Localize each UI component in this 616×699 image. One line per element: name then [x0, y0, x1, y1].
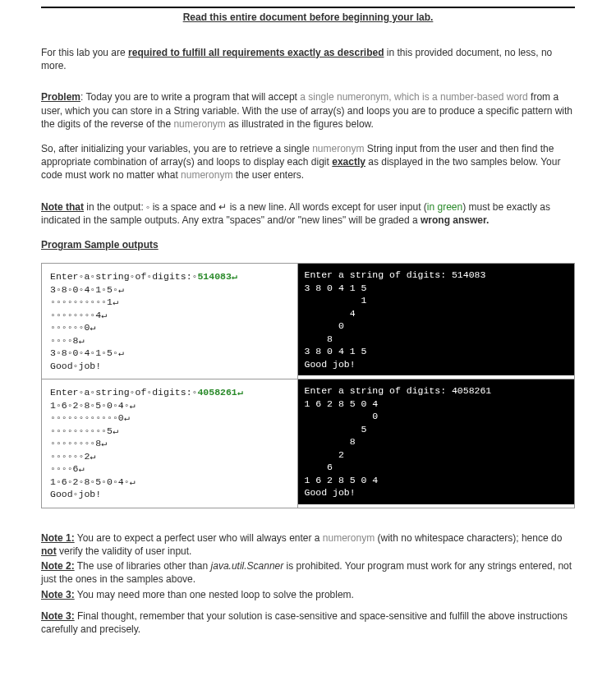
p1-numeronym: numeronym: [173, 118, 225, 130]
samples-table: Enter◦a◦string◦of◦digits:◦514083↵ 3◦8◦0◦…: [41, 263, 575, 508]
sample1-console: Enter a string of digits: 514083 3 8 0 4…: [298, 264, 574, 375]
n1-in-green: in green: [427, 201, 462, 213]
note3b-label: Note 3:: [41, 610, 75, 622]
p2-a: So, after initializing your variables, y…: [41, 143, 312, 154]
note2-scanner: java.util.Scanner: [211, 560, 284, 572]
p2-g: the user enters.: [232, 169, 304, 181]
top-rule: [41, 7, 575, 8]
note-that-label: Note that: [41, 201, 84, 213]
note1-numeronym: numeronym: [323, 532, 375, 544]
s2l-body: 1◦6◦2◦8◦5◦0◦4◦↵ ◦◦◦◦◦◦◦◦◦◦◦◦0↵ ◦◦◦◦◦◦◦◦◦…: [50, 400, 136, 500]
s1l-prefix: Enter◦a◦string◦of◦digits:◦: [50, 271, 197, 282]
p2-numeronym-1: numeronym: [312, 143, 364, 154]
note2-label: Note 2:: [41, 560, 75, 572]
p2-exactly: exactly: [332, 156, 365, 168]
n1-a: in the output: ◦ is a space and ↵ is a n…: [84, 201, 427, 213]
note1-label: Note 1:: [41, 532, 75, 544]
document-page: Read this entire document before beginni…: [0, 0, 616, 699]
problem-paragraph-1: Problem: Today you are to write a progra…: [41, 90, 575, 131]
note1-a: You are to expect a perfect user who wil…: [75, 532, 323, 544]
sample2-console: Enter a string of digits: 4058261 1 6 2 …: [298, 379, 574, 504]
note-3b: Note 3: Final thought, remember that you…: [41, 609, 575, 636]
sample2-right-cell: Enter a string of digits: 4058261 1 6 2 …: [297, 379, 574, 508]
intro-pre: For this lab you are: [41, 47, 128, 58]
note1-not: not: [41, 545, 57, 557]
note1-e: verify the validity of user input.: [57, 545, 192, 557]
note3b-a: Final thought, remember that your soluti…: [41, 610, 568, 635]
note-1: Note 1: You are to expect a perfect user…: [41, 531, 575, 558]
p1-a: : Today you are to write a program that …: [80, 91, 300, 103]
main-heading: Read this entire document before beginni…: [41, 11, 575, 23]
note-paragraph: Note that in the output: ◦ is a space an…: [41, 200, 575, 227]
p2-numeronym-2: numeronym: [181, 169, 232, 181]
notes-block: Note 1: You are to expect a perfect user…: [41, 531, 575, 601]
sample2-left-pre: Enter◦a◦string◦of◦digits:◦4058261↵ 1◦6◦2…: [42, 379, 297, 508]
s2l-input: 4058261↵: [197, 387, 242, 398]
sample1-left-cell: Enter◦a◦string◦of◦digits:◦514083↵ 3◦8◦0◦…: [42, 264, 298, 379]
pso-label: Program Sample outputs: [41, 239, 159, 251]
p1-numeronym-def: a single numeronym, which is a number-ba…: [300, 91, 527, 103]
note1-c: (with no whitespace characters); hence d…: [375, 532, 562, 544]
intro-required: required to fulfill all requirements exa…: [128, 47, 384, 58]
s1l-body: 3◦8◦0◦4◦1◦5◦↵ ◦◦◦◦◦◦◦◦◦◦1↵ ◦◦◦◦◦◦◦◦4↵ ◦◦…: [50, 284, 124, 371]
sample1-left-pre: Enter◦a◦string◦of◦digits:◦514083↵ 3◦8◦0◦…: [42, 264, 297, 379]
sample-row-1: Enter◦a◦string◦of◦digits:◦514083↵ 3◦8◦0◦…: [42, 264, 575, 379]
s1l-input: 514083↵: [197, 271, 237, 282]
note-3: Note 3: You may need more than one neste…: [41, 588, 575, 601]
program-sample-outputs-label: Program Sample outputs: [41, 238, 575, 251]
sample2-left-cell: Enter◦a◦string◦of◦digits:◦4058261↵ 1◦6◦2…: [42, 379, 298, 508]
intro-paragraph: For this lab you are required to fulfill…: [41, 46, 575, 72]
n1-wrong-answer: wrong answer.: [421, 214, 489, 226]
problem-label: Problem: [41, 91, 80, 103]
problem-paragraph-2: So, after initializing your variables, y…: [41, 142, 575, 182]
note2-a: The use of libraries other than: [75, 560, 211, 572]
sample-row-2: Enter◦a◦string◦of◦digits:◦4058261↵ 1◦6◦2…: [42, 379, 575, 508]
note3-a: You may need more than one nested loop t…: [75, 589, 354, 600]
sample1-right-cell: Enter a string of digits: 514083 3 8 0 4…: [297, 264, 574, 379]
note3-label: Note 3:: [41, 589, 75, 600]
p1-e: as illustrated in the figures below.: [226, 118, 374, 130]
note-2: Note 2: The use of libraries other than …: [41, 559, 575, 586]
s2l-prefix: Enter◦a◦string◦of◦digits:◦: [50, 387, 197, 398]
